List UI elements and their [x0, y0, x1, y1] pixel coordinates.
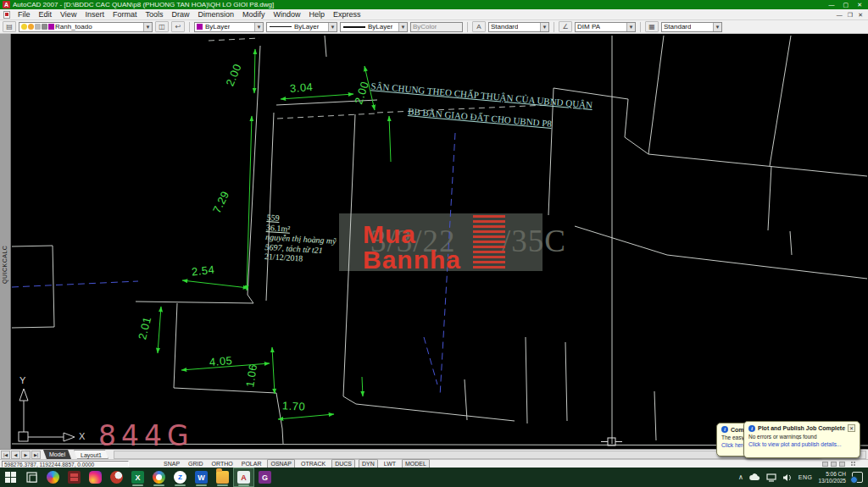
taskbar-app-coccoc[interactable]: [148, 468, 170, 487]
color-combo[interactable]: ByLayer ▼: [194, 22, 264, 32]
toggle-otrack[interactable]: OTRACK: [298, 460, 328, 468]
text-style-combo[interactable]: Standard ▼: [488, 22, 549, 32]
dim-style-combo[interactable]: DIM PA ▼: [575, 22, 636, 32]
table-style-combo[interactable]: Standard ▼: [661, 22, 722, 32]
toggle-grid[interactable]: GRID: [186, 460, 206, 468]
tab-nav-prev-button[interactable]: ◀: [11, 451, 20, 459]
toggle-lwt[interactable]: LWT: [381, 460, 398, 468]
menu-edit[interactable]: Edit: [35, 9, 57, 20]
dimension-label: 1.70: [282, 400, 306, 412]
tab-nav-next-button[interactable]: ▶: [21, 451, 31, 459]
dim-style-icon[interactable]: ∠: [559, 21, 572, 32]
menu-file[interactable]: File: [14, 9, 35, 20]
menu-modify[interactable]: Modify: [238, 9, 270, 20]
tray-expand-chevron[interactable]: ∧: [738, 473, 743, 482]
layer-properties-button[interactable]: ▤: [3, 21, 16, 32]
plot-tray-icon[interactable]: [822, 462, 828, 467]
autocad-window: A AutoCAD 2007 - [D:\BDDC CAC QUAN\p8 (P…: [0, 0, 868, 487]
clock[interactable]: 5:06 CH 13/10/2025: [818, 471, 846, 484]
running-indicator: [175, 484, 186, 486]
zalo-icon: Z: [174, 471, 186, 484]
layer-combo-arrow[interactable]: ▼: [143, 23, 152, 31]
make-object-layer-current-button[interactable]: ◫: [155, 21, 169, 32]
mdi-minimize-button[interactable]: —: [837, 9, 843, 20]
close-button[interactable]: ✕: [857, 0, 862, 9]
toggle-polar[interactable]: POLAR: [239, 460, 264, 468]
start-button[interactable]: [0, 468, 21, 487]
menu-tools[interactable]: Tools: [141, 9, 167, 20]
taskbar-app-cleaner[interactable]: [106, 468, 127, 487]
dimension-label: 2.54: [191, 264, 215, 278]
excel-icon: X: [131, 471, 144, 484]
maximize-button[interactable]: ▢: [843, 0, 849, 9]
clock-time: 5:06 CH: [818, 471, 846, 478]
trusted-dwg-icon[interactable]: [839, 462, 845, 467]
network-icon[interactable]: [766, 473, 776, 482]
toggle-snap[interactable]: SNAP: [161, 460, 182, 468]
taskbar-app-word[interactable]: W: [191, 468, 212, 487]
tab-nav-last-button[interactable]: ▶|: [31, 451, 41, 459]
balloon-close-button[interactable]: ✕: [848, 424, 855, 432]
volume-icon[interactable]: [782, 473, 793, 482]
menu-dimension[interactable]: Dimension: [193, 9, 238, 20]
action-center-icon[interactable]: [852, 472, 863, 483]
onedrive-cloud-icon[interactable]: [749, 473, 760, 482]
menu-view[interactable]: View: [56, 9, 81, 20]
red-grid-app-icon: [68, 471, 81, 484]
linetype-combo-arrow[interactable]: ▼: [328, 23, 337, 31]
color-combo-arrow[interactable]: ▼: [254, 23, 263, 31]
tab-model[interactable]: Model: [43, 450, 71, 459]
parcel-info-label: 559 36.1m² nguyễn thị hoàng mỹ 5697, tác…: [264, 213, 337, 265]
block-label: 844G: [98, 422, 194, 449]
dimension-label: 3.04: [290, 81, 314, 94]
file-explorer-icon: [216, 471, 229, 484]
comm-center-icon[interactable]: [831, 462, 837, 467]
minimize-button[interactable]: —: [829, 0, 835, 9]
layer-previous-button[interactable]: ↩: [171, 21, 185, 32]
autocad-taskbar-icon: A: [237, 471, 250, 484]
menu-format[interactable]: Format: [108, 9, 142, 20]
tab-nav-first-button[interactable]: |◀: [1, 451, 10, 459]
mdi-close-button[interactable]: ✕: [858, 9, 863, 20]
taskbar-app-browser[interactable]: [42, 468, 64, 487]
dim-style-combo-arrow[interactable]: ▼: [626, 23, 635, 31]
quickcalc-palette-tab[interactable]: QUICKCALC: [0, 34, 11, 449]
cleaner-app-icon: [110, 471, 123, 484]
taskbar-app-gstarcad[interactable]: G: [254, 468, 275, 487]
menu-bar: File Edit View Insert Format Tools Draw …: [0, 9, 868, 20]
language-indicator[interactable]: ENG: [798, 474, 813, 480]
lineweight-combo-arrow[interactable]: ▼: [398, 23, 407, 31]
text-style-combo-arrow[interactable]: ▼: [540, 23, 548, 31]
taskbar-app-photos[interactable]: [85, 468, 106, 487]
info-icon: i: [748, 425, 755, 432]
menu-help[interactable]: Help: [305, 9, 330, 20]
balloon-front-body: No errors or warnings found: [748, 434, 855, 440]
current-layer-value: Ranh_toado: [55, 23, 92, 30]
taskbar-app-redgrid[interactable]: [64, 468, 85, 487]
model-space-canvas[interactable]: 3/3/22 /35C: [0, 34, 868, 449]
task-view-button[interactable]: [21, 468, 42, 487]
text-style-icon[interactable]: A: [472, 21, 486, 32]
lineweight-combo[interactable]: ByLayer ▼: [340, 22, 408, 32]
taskbar-app-explorer[interactable]: [212, 468, 233, 487]
plotstyle-combo: ByColor: [410, 22, 463, 32]
taskbar-app-excel[interactable]: X: [127, 468, 148, 487]
taskbar-app-autocad[interactable]: A: [233, 468, 254, 487]
windows-logo-icon: [5, 472, 16, 483]
tab-layout1[interactable]: Layout1: [74, 450, 108, 459]
lineweight-sample: [343, 26, 365, 28]
layer-combo[interactable]: Ranh_toado ▼: [19, 22, 153, 32]
mdi-restore-button[interactable]: ❐: [848, 9, 853, 20]
menu-express[interactable]: Express: [329, 9, 365, 20]
linetype-combo[interactable]: ByLayer ▼: [266, 22, 337, 32]
lineweight-value: ByLayer: [368, 23, 392, 30]
menu-insert[interactable]: Insert: [81, 9, 108, 20]
toggle-ortho[interactable]: ORTHO: [209, 460, 236, 468]
toolbar-separator: [467, 22, 468, 32]
menu-draw[interactable]: Draw: [167, 9, 193, 20]
table-style-combo-arrow[interactable]: ▼: [713, 23, 721, 31]
taskbar-app-zalo[interactable]: Z: [170, 468, 191, 487]
balloon-front-link[interactable]: Click to view plot and publish details..…: [748, 441, 855, 447]
table-style-icon[interactable]: ▦: [645, 21, 659, 32]
menu-window[interactable]: Window: [270, 9, 305, 20]
